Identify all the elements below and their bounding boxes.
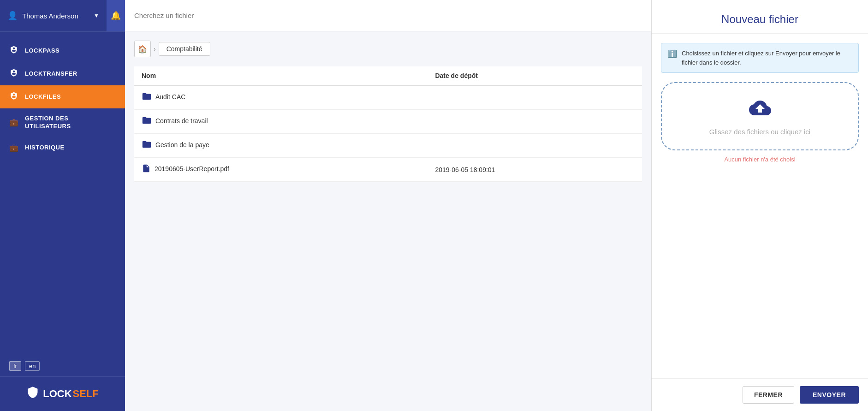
table-row[interactable]: Audit CAC (134, 85, 642, 110)
breadcrumb-chevron-icon: › (154, 45, 156, 53)
no-file-text: Aucun fichier n'a été choisi (661, 156, 859, 163)
sidebar-item-gestion[interactable]: 💼 GESTION DES UTILISATEURS (0, 108, 125, 137)
right-panel: Nouveau fichier ℹ️ Choisissez un fichier… (651, 0, 868, 411)
folder-icon (142, 141, 152, 151)
sidebar-nav: LOCKPASS LOCKTRANSFER LOCKFILES 💼 GESTIO… (0, 32, 125, 356)
folder-icon (142, 93, 152, 103)
notification-bell[interactable]: 🔔 (107, 0, 125, 31)
info-box: ℹ️ Choisissez un fichier et cliquez sur … (661, 43, 859, 73)
sidebar-item-lockfiles-label: LOCKFILES (25, 93, 61, 101)
user-icon: 👤 (7, 11, 18, 21)
shield-icon-3 (9, 92, 18, 102)
file-date (428, 110, 642, 134)
sidebar-logo: LOCKSELF (0, 376, 125, 411)
lang-en-button[interactable]: en (25, 361, 40, 371)
folder-icon (142, 117, 152, 127)
user-name: Thomas Anderson (22, 12, 94, 20)
col-nom: Nom (134, 66, 428, 85)
pdf-icon (142, 165, 151, 175)
fermer-button[interactable]: FERMER (743, 386, 794, 404)
col-date: Date de dépôt (428, 66, 642, 85)
language-switcher: fr en (0, 356, 125, 376)
file-date: 2019-06-05 18:09:01 (428, 158, 642, 182)
home-button[interactable]: 🏠 (134, 41, 151, 57)
shield-icon (9, 46, 18, 56)
file-name: Contrats de travail (155, 117, 208, 125)
info-text: Choisissez un fichier et cliquez sur Env… (682, 49, 852, 67)
upload-zone[interactable]: Glissez des fichiers ou cliquez ici (661, 82, 859, 150)
panel-footer: FERMER ENVOYER (652, 378, 868, 411)
briefcase-icon: 💼 (9, 118, 18, 127)
breadcrumb: 🏠 › Comptabilité (134, 41, 642, 57)
sidebar-item-locktransfer-label: LOCKTRANSFER (25, 70, 77, 78)
user-menu[interactable]: 👤 Thomas Anderson ▼ (0, 0, 107, 31)
file-browser: 🏠 › Comptabilité Nom Date de dépôt Audit… (125, 31, 651, 411)
chevron-down-icon: ▼ (94, 12, 99, 19)
sidebar-item-historique-label: HISTORIQUE (25, 144, 65, 152)
table-row[interactable]: 20190605-UserReport.pdf2019-06-05 18:09:… (134, 158, 642, 182)
logo-icon (26, 386, 39, 402)
sidebar-item-gestion-label: GESTION DES UTILISATEURS (25, 115, 116, 131)
search-input[interactable] (134, 12, 642, 19)
shield-icon-2 (9, 69, 18, 79)
briefcase-icon-2: 💼 (9, 143, 18, 152)
panel-body: ℹ️ Choisissez un fichier et cliquez sur … (652, 34, 868, 378)
envoyer-button[interactable]: ENVOYER (800, 386, 859, 404)
sidebar-item-lockpass[interactable]: LOCKPASS (0, 39, 125, 62)
lang-fr-button[interactable]: fr (9, 361, 21, 371)
table-row[interactable]: Gestion de la paye (134, 134, 642, 158)
upload-text: Glissez des fichiers ou cliquez ici (709, 128, 810, 136)
breadcrumb-folder[interactable]: Comptabilité (159, 42, 210, 56)
file-name: 20190605-UserReport.pdf (155, 165, 229, 173)
sidebar-item-locktransfer[interactable]: LOCKTRANSFER (0, 62, 125, 85)
sidebar-item-historique[interactable]: 💼 HISTORIQUE (0, 137, 125, 159)
info-icon: ℹ️ (668, 49, 677, 58)
logo-lock-text: LOCK (43, 388, 71, 400)
file-date (428, 85, 642, 110)
file-date (428, 134, 642, 158)
upload-cloud-icon (749, 97, 771, 123)
file-table: Nom Date de dépôt Audit CACContrats de t… (134, 66, 642, 182)
panel-title: Nouveau fichier (652, 0, 868, 34)
search-bar (125, 0, 651, 31)
sidebar-item-lockpass-label: LOCKPASS (25, 47, 59, 55)
sidebar: 👤 Thomas Anderson ▼ 🔔 LOCKPASS LOCKTRANS… (0, 0, 125, 411)
main-content: 🏠 › Comptabilité Nom Date de dépôt Audit… (125, 0, 651, 411)
table-row[interactable]: Contrats de travail (134, 110, 642, 134)
file-name: Audit CAC (155, 93, 185, 101)
logo-self-text: SELF (73, 388, 99, 400)
file-name: Gestion de la paye (155, 141, 209, 149)
sidebar-item-lockfiles[interactable]: LOCKFILES (0, 85, 125, 108)
